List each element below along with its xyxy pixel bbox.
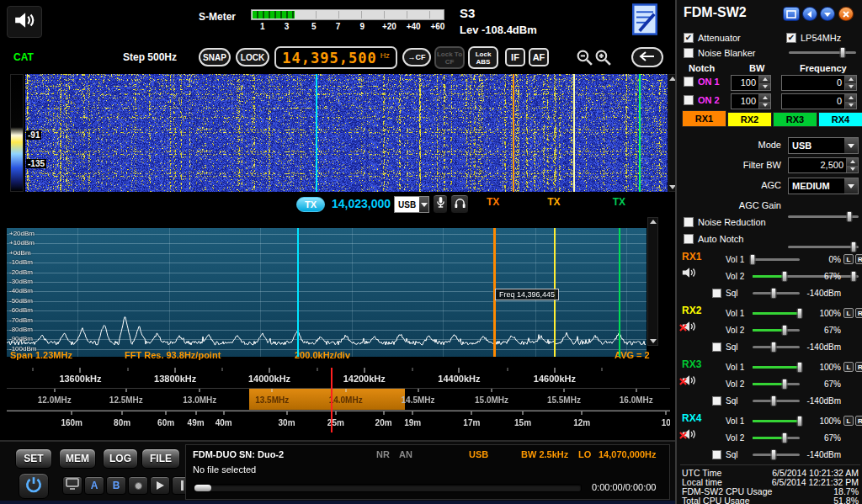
step-selector[interactable]: Step 500Hz [123,51,177,63]
mem-button[interactable]: MEM [59,448,96,469]
spin-down-icon[interactable] [759,83,770,91]
play-button[interactable] [150,476,170,495]
volume-slider[interactable] [753,415,800,427]
spin-up-icon[interactable] [847,158,858,166]
spectrum-display[interactable]: +20dBm+10dBm+0dBm-10dBm-20dBm-30dBm-40dB… [7,228,646,357]
volume-slider[interactable] [753,341,800,353]
rx-tab-rx2[interactable]: RX2 [727,112,772,127]
spectrum-scrollbar[interactable] [647,217,658,346]
volume-slider[interactable] [753,270,800,283]
left-channel-button[interactable]: L [843,308,854,318]
snap-button[interactable]: SNAP [199,48,231,66]
filter-bw-spinner[interactable]: 2,500 [788,157,859,173]
record-button[interactable] [128,476,148,495]
right-channel-button[interactable]: R [855,416,862,426]
zoom-out-button[interactable] [576,49,593,66]
audio-output-button[interactable] [7,6,42,38]
frequency-rulers[interactable]: 13600kHz13800kHz14000kHz14200kHz14400kHz… [7,368,670,432]
notch1-checkbox[interactable] [684,77,694,87]
slider-handle[interactable] [771,288,777,299]
attenuator-checkbox[interactable] [684,33,694,43]
slider-handle[interactable] [840,47,846,58]
minimize-button[interactable] [820,7,835,21]
noise-reduction-checkbox[interactable] [684,217,694,227]
playback-progress[interactable] [193,484,582,492]
rx-tab-rx1[interactable]: RX1 [682,110,726,127]
volume-slider[interactable] [753,378,800,390]
app-window-button[interactable] [783,7,800,21]
volume-slider[interactable] [753,361,800,374]
lock-to-cf-button[interactable]: Lock To CF [434,46,465,69]
notch2-bw-spinner[interactable]: 100 [731,93,771,109]
speaker-icon[interactable] [682,267,699,280]
slider-handle[interactable] [797,416,803,427]
if-button[interactable]: IF [505,48,525,66]
auto-notch-checkbox[interactable] [684,234,694,244]
left-channel-button[interactable]: L [843,416,854,426]
mode-select[interactable]: USB [788,137,859,154]
speaker-muted-icon[interactable] [682,321,699,334]
sql-checkbox[interactable] [712,396,721,406]
set-button[interactable]: SET [15,448,52,469]
sql-checkbox[interactable] [712,342,721,352]
rx-tab-rx3[interactable]: RX3 [773,112,817,127]
scroll-down-icon[interactable] [650,339,657,343]
volume-slider[interactable] [753,432,800,444]
waterfall-display[interactable] [25,74,668,192]
log-button[interactable]: LOG [103,448,138,469]
rec-b-button[interactable]: B [106,476,126,495]
close-button[interactable] [838,7,854,21]
lock-abs-button[interactable]: Lock ABS [468,46,498,69]
lp54-slider[interactable] [789,46,856,59]
progress-handle[interactable] [194,485,211,491]
volume-slider[interactable] [753,324,800,337]
right-channel-button[interactable]: R [855,308,862,318]
band-ruler[interactable]: 12.0MHz12.5MHz13.0MHz13.5MHz14.0MHz14.5M… [7,389,670,411]
slider-handle[interactable] [781,432,787,443]
restore-button[interactable] [802,7,817,21]
spin-down-icon[interactable] [845,102,856,109]
slider-handle[interactable] [750,254,756,265]
volume-slider[interactable] [753,395,800,407]
right-channel-button[interactable]: R [855,254,862,264]
speaker-muted-icon[interactable] [682,374,699,388]
slider-handle[interactable] [781,325,787,336]
slider-handle[interactable] [781,379,787,390]
frequency-display[interactable]: 14,395,500 Hz [274,46,397,69]
right-channel-button[interactable]: R [855,362,862,372]
lp54-checkbox[interactable] [786,33,796,43]
back-button[interactable] [631,47,663,67]
slider-handle[interactable] [771,449,777,460]
spin-up-icon[interactable] [845,94,856,102]
sql-checkbox[interactable] [712,289,721,298]
file-button[interactable]: FILE [141,448,180,469]
agc-select[interactable]: MEDIUM [788,178,859,194]
band-manager-button[interactable] [632,3,659,37]
spin-down-icon[interactable] [847,166,858,173]
slider-handle[interactable] [797,362,803,373]
spin-up-icon[interactable] [759,94,770,102]
nr-indicator[interactable]: NR [376,449,390,459]
volume-slider[interactable] [753,287,800,300]
to-cf-button[interactable]: →CF [402,48,431,66]
noise-blanker-checkbox[interactable] [684,48,694,58]
speaker-muted-icon[interactable] [682,428,699,442]
cat-indicator[interactable]: CAT [13,51,34,63]
spin-down-icon[interactable] [759,102,770,109]
slider-handle[interactable] [771,395,777,406]
slider-handle[interactable] [781,271,787,282]
meter-band-ruler[interactable]: 160m80m60m49m40m30m25m20m19m17m15m12m10 [7,411,670,432]
spin-up-icon[interactable] [845,76,856,83]
rx-tab-rx4[interactable]: RX4 [818,112,862,127]
notch2-checkbox[interactable] [684,95,694,105]
volume-slider[interactable] [753,448,800,461]
rec-a-button[interactable]: A [84,476,104,495]
notch1-freq-spinner[interactable]: 0 [781,75,857,91]
power-button[interactable] [19,473,49,499]
left-channel-button[interactable]: L [843,254,854,264]
dropdown-arrow-icon[interactable] [844,178,858,194]
monitor-button[interactable] [62,476,82,495]
lock-button[interactable]: LOCK [236,48,269,66]
slider-handle[interactable] [797,308,803,319]
zoom-in-button[interactable] [594,49,612,66]
